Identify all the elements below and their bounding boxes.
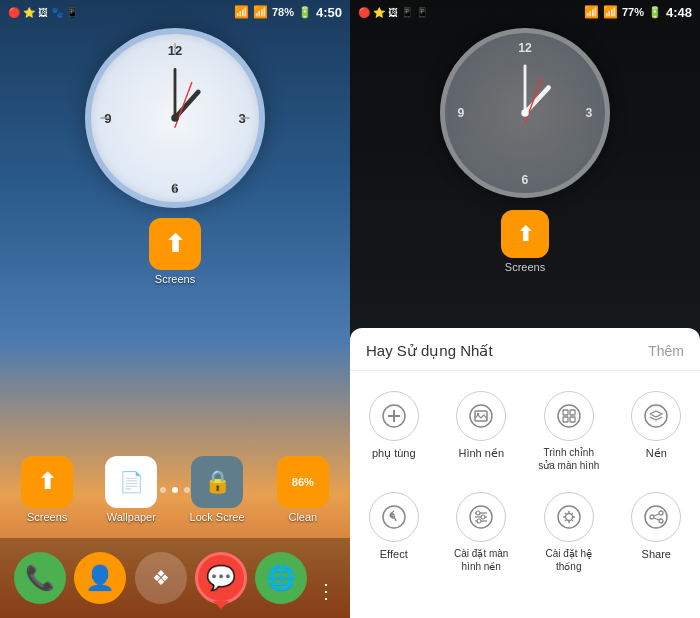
lockscreen-icon[interactable]: 🔒 [191, 456, 243, 508]
effect-icon-circle [369, 492, 419, 542]
svg-line-49 [565, 520, 567, 522]
svg-line-48 [571, 513, 573, 515]
trinh-chinh-label: Trình chỉnhsửa màn hình [538, 446, 599, 472]
dock-contacts[interactable]: 👤 [74, 552, 126, 604]
right-clock-svg: 12 3 6 9 [445, 33, 605, 193]
left-battery-text: 78% [272, 6, 294, 18]
nen-label: Nền [646, 446, 667, 460]
clean-icon[interactable]: 86% [277, 456, 329, 508]
share-label: Share [642, 547, 671, 561]
sheet-header: Hay Sử dụng Nhất Thêm [350, 328, 700, 371]
sheet-item-effect[interactable]: Effect [350, 482, 438, 583]
wallpaper-icon[interactable]: 📄 [105, 456, 157, 508]
sheet-item-hinh-nen[interactable]: Hình nền [438, 381, 526, 482]
dot-1 [160, 487, 166, 493]
sliders-icon [468, 504, 494, 530]
right-screens-wrap: ⬆ Screens [501, 210, 549, 273]
share-icon-circle [631, 492, 681, 542]
sheet-item-nen[interactable]: Nền [613, 381, 701, 482]
hinh-nen-label: Hình nền [458, 446, 504, 460]
right-battery-icon: 🔋 [648, 6, 662, 19]
left-clock-widget: 12 3 6 9 [85, 28, 265, 208]
lockscreen-app[interactable]: 🔒 Lock Scree [190, 456, 245, 523]
share-icon [643, 504, 669, 530]
svg-rect-30 [570, 417, 575, 422]
gear-icon [556, 504, 582, 530]
svg-line-55 [654, 518, 659, 520]
svg-point-11 [171, 114, 178, 121]
dock-message[interactable]: 💬 [195, 552, 247, 604]
sheet-item-cai-dat-he-thong[interactable]: Cài đặt hệthống [525, 482, 613, 583]
dock-globe[interactable]: 🌐 [255, 552, 307, 604]
hinh-nen-icon-circle [456, 391, 506, 441]
svg-line-47 [571, 520, 573, 522]
sheet-item-cai-dat-man-hinh[interactable]: Cài đặt mànhình nền [438, 482, 526, 583]
nen-icon-circle [631, 391, 681, 441]
sheet-more-button[interactable]: Thêm [648, 343, 684, 359]
right-panel: 🔴 ⭐ 🖼 📱 📱 📶 📶 77% 🔋 4:48 12 3 6 9 [350, 0, 700, 618]
svg-point-52 [659, 519, 663, 523]
right-status-right: 📶 📶 77% 🔋 4:48 [584, 5, 692, 20]
svg-point-37 [476, 511, 480, 515]
page-dots [160, 487, 190, 493]
svg-point-40 [558, 506, 580, 528]
svg-point-31 [645, 405, 667, 427]
dock-phone[interactable]: 📞 [14, 552, 66, 604]
top-screens-label: Screens [155, 273, 195, 285]
cai-dat-he-thong-label: Cài đặt hệthống [546, 547, 592, 573]
left-time: 4:50 [316, 5, 342, 20]
svg-point-53 [650, 515, 654, 519]
screens-icon[interactable]: ⬆ [21, 456, 73, 508]
right-clock-widget: 12 3 6 9 [440, 28, 610, 198]
right-clock-face: 12 3 6 9 [440, 28, 610, 198]
screens-app[interactable]: ⬆ Screens [21, 456, 73, 523]
svg-line-46 [565, 513, 567, 515]
left-status-bar: 🔴 ⭐ 🖼 🐾 📱 📶 📶 78% 🔋 4:50 [0, 0, 350, 24]
sheet-title: Hay Sử dụng Nhất [366, 342, 493, 360]
clean-app[interactable]: 86% Clean [277, 456, 329, 523]
dot-2 [172, 487, 178, 493]
left-wifi-icon: 📶 [234, 5, 249, 19]
svg-point-41 [565, 514, 572, 521]
wallpaper-app[interactable]: 📄 Wallpaper [105, 456, 157, 523]
right-wifi-icon: 📶 [584, 5, 599, 19]
layers-icon [643, 403, 669, 429]
dot-3 [184, 487, 190, 493]
svg-rect-29 [563, 417, 568, 422]
cai-dat-man-hinh-icon-circle [456, 492, 506, 542]
right-status-icons: 🔴 ⭐ 🖼 📱 📱 [358, 7, 428, 18]
left-signal-icon: 📶 [253, 5, 268, 19]
sheet-item-trinh-chinh[interactable]: Trình chỉnhsửa màn hình [525, 381, 613, 482]
svg-rect-27 [563, 410, 568, 415]
svg-point-26 [558, 405, 580, 427]
image-icon [468, 403, 494, 429]
right-screens-icon[interactable]: ⬆ [501, 210, 549, 258]
svg-point-51 [659, 511, 663, 515]
left-status-right: 📶 📶 78% 🔋 4:50 [234, 5, 342, 20]
right-screens-label: Screens [505, 261, 545, 273]
sheet-item-share[interactable]: Share [613, 482, 701, 583]
top-screens-icon[interactable]: ⬆ [149, 218, 201, 270]
left-clock-face: 12 3 6 9 [85, 28, 265, 208]
right-signal-icon: 📶 [603, 5, 618, 19]
svg-point-23 [470, 405, 492, 427]
dock-diamond[interactable]: ❖ [135, 552, 187, 604]
left-panel: 🔴 ⭐ 🖼 🐾 📱 📶 📶 78% 🔋 4:50 12 3 6 9 [0, 0, 350, 618]
more-options[interactable]: ⋮ [316, 579, 336, 618]
right-time: 4:48 [666, 5, 692, 20]
effect-icon [381, 504, 407, 530]
message-arrow [213, 601, 229, 609]
sheet-grid: phụ tùng Hình nền [350, 371, 700, 593]
cai-dat-man-hinh-label: Cài đặt mànhình nền [454, 547, 508, 573]
svg-text:6: 6 [522, 173, 529, 187]
grid-icon [556, 403, 582, 429]
top-screens-wrap: ⬆ Screens [149, 218, 201, 285]
plus-icon [381, 403, 407, 429]
phu-tung-icon-circle [369, 391, 419, 441]
right-status-bar: 🔴 ⭐ 🖼 📱 📱 📶 📶 77% 🔋 4:48 [350, 0, 700, 24]
svg-text:12: 12 [518, 41, 532, 55]
sheet-item-phu-tung[interactable]: phụ tùng [350, 381, 438, 482]
lockscreen-label: Lock Scree [190, 511, 245, 523]
phu-tung-label: phụ tùng [372, 446, 416, 460]
top-screens-icon-wrap[interactable]: ⬆ Screens [149, 218, 201, 285]
